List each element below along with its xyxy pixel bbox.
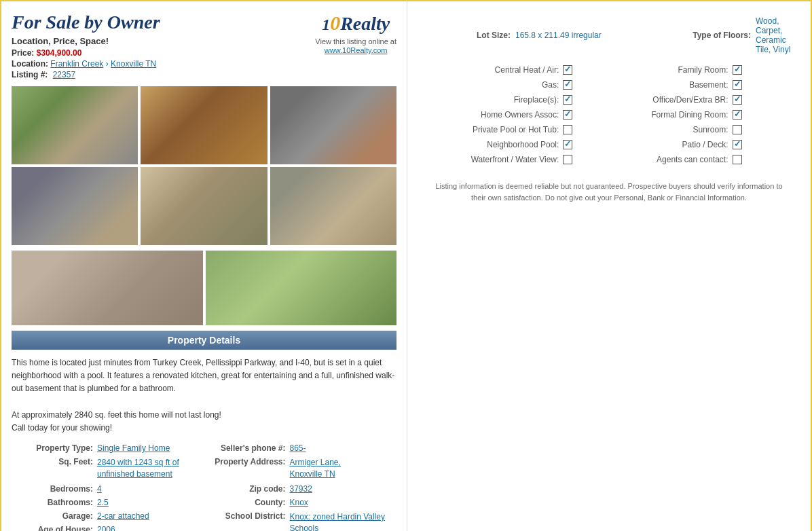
- age-label: Age of House:: [12, 525, 93, 531]
- feat-label-family-room: Family Room:: [617, 62, 732, 77]
- price-value: $304,900.00: [37, 48, 82, 58]
- zip-label: Zip code:: [204, 484, 286, 494]
- zip-value[interactable]: 37932: [290, 484, 312, 494]
- feat-check-patio: [733, 137, 801, 152]
- bathrooms-label: Bathrooms:: [12, 498, 93, 507]
- feat-check-basement: [733, 77, 801, 92]
- photo-grid: [12, 86, 396, 245]
- feat-label-office: Office/Den/Extra BR:: [617, 92, 732, 107]
- feat-check-formal-dining: [733, 107, 801, 122]
- feature-row-6: Neighborhood Pool: Patio / Deck:: [418, 137, 800, 152]
- county-value[interactable]: Knox: [290, 498, 308, 507]
- website-url[interactable]: www.10Realty.com: [325, 46, 388, 54]
- feat-check-private-pool: [563, 122, 583, 137]
- feat-check-sunroom: [733, 122, 801, 137]
- bedrooms-label: Bedrooms:: [12, 484, 93, 494]
- feat-label-waterfront: Waterfront / Water View:: [418, 152, 563, 167]
- feat-check-fireplace: [563, 92, 583, 107]
- property-details-header: Property Details: [12, 331, 396, 350]
- features-table: Central Heat / Air: Family Room: Gas: Ba…: [418, 62, 800, 167]
- feature-row-3: Fireplace(s): Office/Den/Extra BR:: [418, 92, 800, 107]
- photo-7[interactable]: [12, 251, 203, 325]
- feat-label-sunroom: Sunroom:: [617, 122, 732, 137]
- sqft-label: Sq. Feet:: [12, 457, 93, 466]
- feature-row-5: Private Pool or Hot Tub: Sunroom:: [418, 122, 800, 137]
- school-label: School District:: [204, 511, 286, 521]
- photo-2[interactable]: [141, 86, 267, 164]
- type-floors-value: Wood, Carpet, Ceramic Tile, Vinyl: [756, 16, 799, 54]
- lot-size-value: 165.8 x 211.49 irregular: [515, 16, 665, 54]
- feature-row-7: Waterfront / Water View: Agents can cont…: [418, 152, 800, 167]
- type-floors-label: Type of Floors:: [666, 16, 754, 54]
- county-label: County:: [204, 498, 286, 507]
- description: This home is located just minutes from T…: [12, 356, 396, 435]
- details-grid: Property Type: Single Family Home Sq. Fe…: [12, 441, 396, 531]
- feat-label-central-heat: Central Heat / Air:: [418, 62, 563, 77]
- prop-type-label: Property Type:: [12, 443, 93, 453]
- garage-value[interactable]: 2-car attached: [97, 511, 149, 521]
- address-value[interactable]: Armiger Lane,Knoxville TN: [290, 457, 341, 480]
- feat-check-neighborhood-pool: [563, 137, 583, 152]
- feature-row-1: Central Heat / Air: Family Room:: [418, 62, 800, 77]
- page-title: For Sale by Owner: [12, 12, 160, 33]
- feat-label-fireplace: Fireplace(s):: [418, 92, 563, 107]
- logo-text: Realty: [340, 13, 390, 34]
- feature-row-2: Gas: Basement:: [418, 77, 800, 92]
- feat-label-basement: Basement:: [617, 77, 732, 92]
- feat-label-agents: Agents can contact:: [617, 152, 732, 167]
- feat-label-gas: Gas:: [418, 77, 563, 92]
- price-label: Price:: [12, 48, 34, 58]
- age-value[interactable]: 2006: [97, 525, 115, 531]
- seller-phone-value[interactable]: 865-: [290, 443, 306, 453]
- address-label: Property Address:: [204, 457, 286, 466]
- lot-size-label: Lot Size:: [419, 16, 514, 54]
- location-link-part2[interactable]: Knoxville TN: [111, 59, 156, 69]
- feat-check-office: [733, 92, 801, 107]
- photo-3[interactable]: [270, 86, 396, 164]
- feat-label-private-pool: Private Pool or Hot Tub:: [418, 122, 563, 137]
- photo-4[interactable]: [12, 167, 138, 245]
- bathrooms-value[interactable]: 2.5: [97, 498, 109, 507]
- prop-type-value[interactable]: Single Family Home: [97, 443, 170, 453]
- feat-check-agents: [733, 152, 801, 167]
- feature-row-4: Home Owners Assoc: Formal Dining Room:: [418, 107, 800, 122]
- feat-check-hoa: [563, 107, 583, 122]
- tagline: Location, Price, Space!: [12, 36, 160, 46]
- location-arrow: ›: [106, 59, 111, 69]
- photo-5[interactable]: [141, 167, 267, 245]
- feat-label-patio: Patio / Deck:: [617, 137, 732, 152]
- feat-check-family-room: [733, 62, 801, 77]
- photo-8[interactable]: [206, 251, 397, 325]
- disclaimer: Listing information is deemed reliable b…: [418, 181, 800, 203]
- feat-label-neighborhood-pool: Neighborhood Pool:: [418, 137, 563, 152]
- garage-label: Garage:: [12, 511, 93, 521]
- school-value[interactable]: Knox: zoned Hardin ValleySchools: [290, 511, 386, 531]
- location-label: Location:: [12, 59, 48, 69]
- logo-number: 1: [322, 16, 330, 33]
- feat-label-hoa: Home Owners Assoc:: [418, 107, 563, 122]
- photo-row-bottom: [12, 251, 396, 325]
- photo-6[interactable]: [270, 167, 396, 245]
- listing-number[interactable]: 22357: [53, 70, 75, 79]
- listing-label: Listing #:: [12, 70, 48, 79]
- bedrooms-value[interactable]: 4: [97, 484, 102, 494]
- feat-check-waterfront: [563, 152, 583, 167]
- lot-type-table: Lot Size: 165.8 x 211.49 irregular Type …: [418, 15, 800, 56]
- feat-check-central-heat: [563, 62, 583, 77]
- feat-label-formal-dining: Formal Dining Room:: [617, 107, 732, 122]
- sqft-value[interactable]: 2840 with 1243 sq ft ofunfinished baseme…: [97, 457, 179, 480]
- view-listing-text: View this listing online at: [315, 37, 396, 45]
- seller-phone-label: Seller's phone #:: [204, 443, 286, 453]
- feat-check-gas: [563, 77, 583, 92]
- logo: 10Realty: [315, 12, 396, 35]
- location-link-part1[interactable]: Franklin Creek: [50, 59, 103, 69]
- photo-1[interactable]: [12, 86, 138, 164]
